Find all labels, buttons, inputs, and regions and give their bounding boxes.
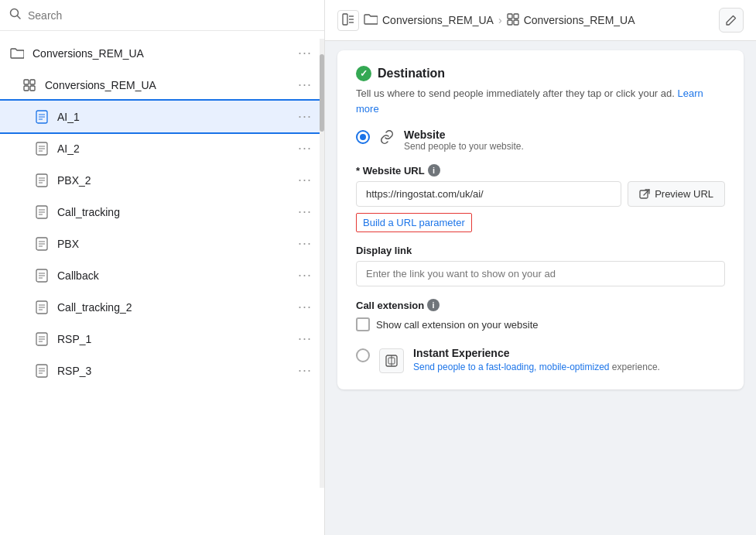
sidebar-item-pbx2[interactable]: PBX_2 ···: [0, 164, 324, 196]
sidebar-item-label: PBX_2: [57, 174, 295, 187]
sidebar-toggle-icon[interactable]: [337, 10, 359, 31]
item-more-dots[interactable]: ···: [295, 234, 315, 253]
preview-url-button[interactable]: Preview URL: [628, 181, 725, 207]
top-bar: Conversions_REM_UA › Conversions_REM_UA: [325, 0, 756, 41]
item-more-dots[interactable]: ···: [295, 202, 315, 221]
page-icon: [34, 236, 50, 252]
sidebar-item-label: Call_tracking: [57, 206, 295, 218]
page-icon: [34, 268, 50, 283]
instant-experience-sublabel: Send people to a fast-loading, mobile-op…: [413, 361, 660, 374]
sidebar-item-label: Callback: [57, 269, 295, 282]
item-more-dots[interactable]: ···: [295, 170, 315, 190]
breadcrumb-part1: Conversions_REM_UA: [382, 14, 494, 26]
sidebar-item-label: Conversions_REM_UA: [32, 47, 295, 60]
item-more-dots[interactable]: ···: [295, 43, 315, 63]
item-more-dots[interactable]: ···: [295, 75, 315, 94]
sidebar-item-rsp3[interactable]: RSP_3 ···: [0, 355, 324, 386]
page-icon: [34, 173, 50, 188]
website-option-text: Website Send people to your website.: [404, 129, 524, 152]
website-url-input[interactable]: [356, 181, 621, 207]
sidebar-item-label: Conversions_REM_UA: [45, 79, 295, 91]
sidebar-item-conversions-root[interactable]: Conversions_REM_UA ···: [0, 37, 324, 69]
call-extension-checkbox[interactable]: [356, 317, 370, 331]
svg-rect-49: [514, 20, 518, 25]
destination-card: Destination Tell us where to send people…: [337, 50, 744, 389]
instant-experience-radio-button[interactable]: [356, 348, 370, 362]
instant-experience-text: Instant Experience Send people to a fast…: [413, 347, 660, 374]
instant-experience-option[interactable]: Instant Experience Send people to a fast…: [356, 347, 725, 374]
sidebar-item-label: PBX: [57, 238, 295, 250]
item-more-dots[interactable]: ···: [295, 361, 315, 380]
link-icon: [379, 129, 395, 145]
breadcrumb: Conversions_REM_UA › Conversions_REM_UA: [337, 10, 635, 31]
sidebar-item-call-tracking-2[interactable]: Call_tracking_2 ···: [0, 291, 324, 323]
page-icon: [34, 141, 50, 156]
sidebar-item-label: RSP_3: [57, 365, 295, 377]
website-url-label: * Website URL i: [356, 164, 725, 177]
edit-button[interactable]: [719, 8, 744, 33]
svg-rect-46: [508, 14, 512, 19]
main-content: Conversions_REM_UA › Conversions_REM_UA …: [325, 0, 756, 535]
item-more-dots[interactable]: ···: [295, 107, 315, 126]
item-more-dots[interactable]: ···: [295, 329, 315, 348]
item-more-dots[interactable]: ···: [295, 297, 315, 317]
instant-experience-icon: [379, 348, 404, 373]
sidebar-nav: Conversions_REM_UA ··· Conversions_REM_U…: [0, 31, 324, 535]
svg-rect-2: [24, 80, 29, 84]
url-row: Preview URL: [356, 181, 725, 207]
website-option-label: Website: [404, 129, 524, 141]
sidebar-item-pbx[interactable]: PBX ···: [0, 228, 324, 259]
display-link-label: Display link: [356, 245, 725, 256]
sidebar-item-call-tracking[interactable]: Call_tracking ···: [0, 196, 324, 228]
item-more-dots[interactable]: ···: [295, 266, 315, 285]
sidebar: Conversions_REM_UA ··· Conversions_REM_U…: [0, 0, 325, 535]
breadcrumb-folder-icon: [364, 13, 378, 28]
svg-rect-4: [24, 86, 29, 91]
scrollbar-track[interactable]: [320, 39, 324, 488]
call-extension-text: Show call extension on your website: [376, 319, 539, 331]
folder-icon: [9, 46, 25, 61]
website-url-field-group: * Website URL i Preview URL Build a URL …: [356, 164, 725, 232]
website-radio-option[interactable]: Website Send people to your website.: [356, 129, 725, 152]
call-extension-info-icon[interactable]: i: [427, 299, 440, 311]
sidebar-item-label: AI_2: [57, 142, 295, 155]
section-header: Destination: [356, 66, 725, 81]
sidebar-item-ai2[interactable]: AI_2 ···: [0, 132, 324, 164]
destination-title: Destination: [378, 67, 445, 81]
svg-rect-48: [508, 20, 512, 25]
display-link-input[interactable]: [356, 261, 725, 286]
website-option-sublabel: Send people to your website.: [404, 141, 524, 152]
display-link-field-group: Display link: [356, 245, 725, 286]
page-icon: [34, 363, 50, 379]
search-input[interactable]: [28, 9, 315, 22]
svg-line-1: [18, 16, 21, 19]
svg-rect-3: [30, 80, 35, 84]
website-radio-button[interactable]: [356, 130, 370, 144]
sidebar-item-label: Call_tracking_2: [57, 301, 295, 314]
svg-rect-47: [514, 14, 518, 19]
call-extension-row: Show call extension on your website: [356, 317, 725, 331]
sidebar-item-label: AI_1: [57, 111, 295, 123]
search-bar: [0, 0, 324, 31]
sidebar-item-label: RSP_1: [57, 333, 295, 345]
call-extension-field-group: Call extension i Show call extension on …: [356, 299, 725, 331]
sidebar-item-ai1[interactable]: AI_1 ···: [0, 101, 324, 132]
scrollbar-thumb[interactable]: [320, 54, 324, 132]
page-blue-icon: [34, 109, 50, 125]
sidebar-item-rsp1[interactable]: RSP_1 ···: [0, 323, 324, 355]
build-url-parameter-link[interactable]: Build a URL parameter: [356, 213, 472, 232]
sidebar-item-callback[interactable]: Callback ···: [0, 259, 324, 291]
page-icon: [34, 331, 50, 347]
page-icon: [34, 204, 50, 220]
grid-icon: [22, 77, 37, 93]
breadcrumb-part2: Conversions_REM_UA: [524, 14, 635, 26]
website-url-info-icon[interactable]: i: [428, 164, 440, 177]
sidebar-item-conversions-child[interactable]: Conversions_REM_UA ···: [0, 69, 324, 101]
page-icon: [34, 300, 50, 315]
call-extension-label: Call extension i: [356, 299, 725, 311]
destination-check-icon: [356, 66, 371, 81]
search-icon: [9, 8, 22, 22]
destination-description: Tell us where to send people immediately…: [356, 86, 725, 116]
item-more-dots[interactable]: ···: [295, 139, 315, 158]
instant-experience-label: Instant Experience: [413, 347, 660, 359]
